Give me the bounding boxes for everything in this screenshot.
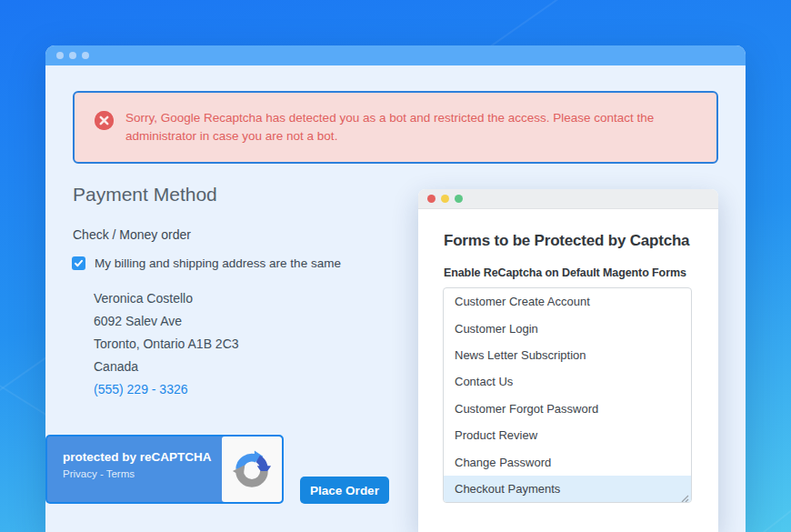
billing-same-label: My billing and shipping address are the … (95, 256, 341, 270)
billing-same-row: My billing and shipping address are the … (72, 256, 341, 270)
window-dot-icon (56, 52, 64, 59)
captcha-settings-window: Forms to be Protected by Captcha Enable … (418, 189, 718, 532)
traffic-light-close-icon[interactable] (427, 195, 436, 203)
alert-message: Sorry, Google Recaptcha has detected you… (125, 109, 662, 146)
error-icon (95, 111, 114, 130)
forms-list-item[interactable]: News Letter Subscription (444, 342, 691, 368)
window-dot-icon (82, 52, 89, 59)
resize-handle-icon[interactable] (679, 490, 689, 500)
recaptcha-badge: protected by reCAPTCHA Privacy - Terms (45, 435, 284, 504)
forms-list-item[interactable]: Customer Login (444, 315, 691, 341)
billing-same-checkbox[interactable] (72, 256, 85, 270)
place-order-button[interactable]: Place Order (300, 477, 389, 504)
forms-list-item[interactable]: Customer Forgot Password (444, 396, 691, 422)
checkout-window-titlebar (45, 45, 746, 65)
page-title: Payment Method (73, 184, 217, 206)
address-city: Toronto, Ontario A1B 2C3 (94, 333, 239, 356)
forms-listbox[interactable]: Customer Create AccountCustomer LoginNew… (443, 287, 692, 503)
forms-list-item[interactable]: Product Review (444, 422, 691, 448)
billing-address: Veronica Costello 6092 Salev Ave Toronto… (94, 287, 239, 401)
recaptcha-error-alert: Sorry, Google Recaptcha has detected you… (73, 91, 718, 164)
forms-list: Customer Create AccountCustomer LoginNew… (444, 288, 691, 502)
recaptcha-badge-title: protected by reCAPTCHA (63, 450, 222, 464)
forms-list-item[interactable]: Contact Us (444, 368, 691, 395)
address-name: Veronica Costello (94, 287, 239, 310)
forms-list-item[interactable]: Customer Create Account (444, 288, 691, 315)
payment-method-label: Check / Money order (73, 227, 191, 242)
recaptcha-badge-texts: protected by reCAPTCHA Privacy - Terms (47, 437, 222, 502)
popup-title: Forms to be Protected by Captcha (444, 232, 689, 250)
captcha-settings-titlebar (418, 189, 718, 209)
address-street: 6092 Salev Ave (94, 310, 239, 333)
forms-list-item[interactable]: Change Password (444, 448, 691, 475)
forms-list-item[interactable]: Checkout Payments (444, 476, 691, 502)
address-country: Canada (94, 356, 239, 378)
traffic-light-minimize-icon[interactable] (441, 195, 449, 203)
phone-link[interactable]: (555) 229 - 3326 (94, 378, 239, 401)
forms-list-label: Enable ReCaptcha on Default Magento Form… (444, 266, 686, 279)
page-background: Sorry, Google Recaptcha has detected you… (0, 0, 791, 532)
recaptcha-privacy-terms-links[interactable]: Privacy - Terms (63, 468, 222, 479)
window-dot-icon (69, 52, 76, 59)
recaptcha-icon (222, 437, 282, 502)
traffic-light-zoom-icon[interactable] (455, 195, 463, 203)
